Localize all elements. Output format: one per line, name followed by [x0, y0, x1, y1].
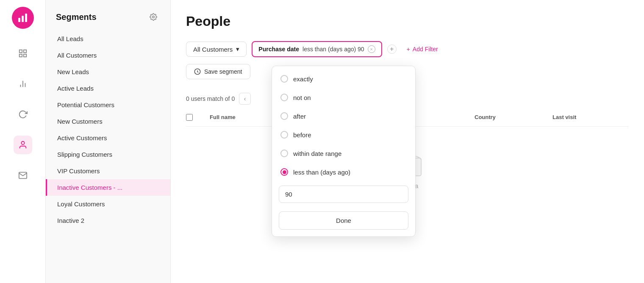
app-logo[interactable] — [12, 7, 34, 29]
select-all-checkbox[interactable] — [186, 114, 193, 121]
svg-point-10 — [21, 142, 24, 144]
add-filter-button[interactable]: + Add Filter — [402, 42, 443, 56]
dropdown-option-before[interactable]: before — [272, 125, 415, 144]
sidebar-item-potential-customers[interactable]: Potential Customers — [46, 97, 170, 113]
radio-circle-not-on — [280, 94, 288, 101]
dropdown-option-less-than-days-ago[interactable]: less than (days ago) — [272, 163, 415, 181]
svg-rect-3 — [19, 50, 22, 53]
sidebar-item-new-leads[interactable]: New Leads — [46, 64, 170, 80]
settings-gear-button[interactable] — [147, 10, 160, 24]
svg-rect-6 — [19, 54, 22, 57]
filter-chip-bold: Purchase date — [258, 46, 299, 53]
sidebar-items-list: All LeadsAll CustomersNew LeadsActive Le… — [46, 31, 170, 229]
dropdown-option-within-date-range[interactable]: within date range — [272, 144, 415, 163]
radio-circle-after — [280, 112, 288, 120]
main-content: People All Customers ▾ Purchase date les… — [171, 0, 644, 283]
table-header-checkbox — [186, 114, 200, 122]
sidebar-item-new-customers[interactable]: New Customers — [46, 113, 170, 130]
sidebar-item-inactive-customers[interactable]: Inactive Customers - ... — [46, 179, 170, 196]
users-match-text: 0 users match of 0 — [186, 95, 235, 102]
dropdown-option-label-within-date-range: within date range — [293, 150, 341, 157]
dropdown-option-after[interactable]: after — [272, 107, 415, 125]
sidebar-item-all-leads[interactable]: All Leads — [46, 31, 170, 47]
radio-circle-before — [280, 131, 288, 139]
sidebar-item-loyal-customers[interactable]: Loyal Customers — [46, 196, 170, 212]
add-filter-plus-button[interactable]: + — [387, 44, 397, 54]
sidebar-title: Segments — [56, 12, 97, 22]
sidebar-item-active-leads[interactable]: Active Leads — [46, 80, 170, 97]
nav-people-icon[interactable] — [14, 136, 32, 154]
dropdown-option-exactly[interactable]: exactly — [272, 69, 415, 88]
svg-rect-4 — [23, 50, 26, 53]
icon-bar — [0, 0, 46, 283]
nav-refresh-icon[interactable] — [14, 105, 32, 124]
days-ago-input[interactable] — [279, 186, 408, 203]
dropdown-option-label-after: after — [293, 113, 306, 120]
nav-analytics-icon[interactable] — [14, 75, 32, 93]
svg-rect-0 — [18, 18, 20, 22]
filter-chip-close-button[interactable]: × — [368, 45, 375, 53]
dropdown-option-not-on[interactable]: not on — [272, 88, 415, 107]
plus-text-icon: + — [407, 46, 410, 53]
filter-chip-normal: less than (days ago) 90 — [303, 46, 364, 53]
dropdown-option-label-exactly: exactly — [293, 75, 313, 83]
sidebar-item-all-customers[interactable]: All Customers — [46, 47, 170, 64]
dropdown-option-label-not-on: not on — [293, 94, 311, 101]
svg-rect-1 — [22, 16, 24, 22]
dropdown-option-label-less-than-days-ago: less than (days ago) — [293, 169, 350, 176]
plus-icon: + — [390, 45, 394, 53]
sidebar-item-slipping-customers[interactable]: Slipping Customers — [46, 146, 170, 163]
filter-row: All Customers ▾ Purchase date less than … — [186, 41, 629, 57]
dropdown-options-list: exactlynot onafterbeforewithin date rang… — [272, 69, 415, 181]
svg-rect-5 — [23, 54, 26, 57]
sidebar-item-inactive-2[interactable]: Inactive 2 — [46, 212, 170, 229]
radio-circle-exactly — [280, 75, 288, 83]
filter-chip[interactable]: Purchase date less than (days ago) 90 × — [252, 41, 382, 57]
close-icon: × — [370, 47, 372, 52]
add-filter-label: Add Filter — [413, 46, 438, 53]
table-column-country: Country — [475, 114, 542, 122]
done-button[interactable]: Done — [279, 211, 408, 230]
page-title: People — [186, 14, 629, 29]
filter-dropdown-overlay: exactlynot onafterbeforewithin date rang… — [272, 66, 416, 237]
nav-reports-icon[interactable] — [14, 44, 32, 63]
sidebar-item-active-customers[interactable]: Active Customers — [46, 130, 170, 146]
chevron-down-icon: ▾ — [236, 45, 239, 53]
segment-dropdown-label: All Customers — [193, 46, 233, 53]
save-segment-button[interactable]: Save segment — [186, 64, 250, 79]
nav-mail-icon[interactable] — [14, 166, 32, 185]
save-segment-label: Save segment — [204, 68, 242, 75]
sidebar-header: Segments — [46, 10, 170, 31]
dropdown-option-label-before: before — [293, 131, 311, 139]
segment-dropdown[interactable]: All Customers ▾ — [186, 42, 247, 57]
svg-point-11 — [153, 16, 155, 18]
table-column-last-visit: Last visit — [552, 114, 629, 122]
svg-rect-2 — [25, 14, 27, 22]
sidebar: Segments All LeadsAll CustomersNew Leads… — [46, 0, 171, 283]
radio-circle-less-than-days-ago — [280, 168, 288, 176]
radio-circle-within-date-range — [280, 150, 288, 157]
sidebar-item-vip-customers[interactable]: VIP Customers — [46, 163, 170, 179]
prev-page-button[interactable]: ‹ — [239, 93, 251, 105]
